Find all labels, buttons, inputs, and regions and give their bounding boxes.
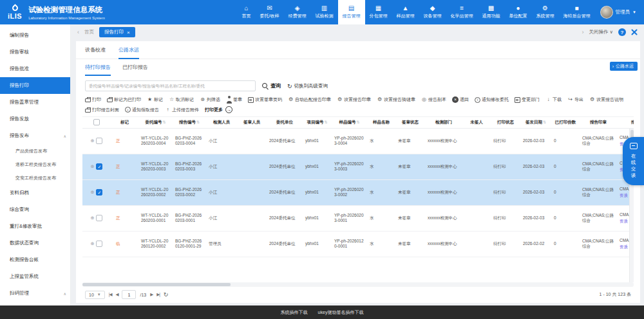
horizontal-scrollbar[interactable] bbox=[82, 282, 634, 287]
tab-printed[interactable]: 已打印报告 bbox=[122, 64, 148, 76]
drag-icon[interactable]: ⊕ bbox=[91, 164, 95, 169]
page-number-input[interactable] bbox=[122, 290, 136, 299]
col-project[interactable]: 项目编号⇅ bbox=[303, 117, 332, 128]
row-checkbox[interactable] bbox=[96, 189, 102, 196]
horizontal-scrollbar-thumb[interactable] bbox=[82, 283, 231, 286]
mark-button[interactable]: 标记 bbox=[147, 96, 163, 103]
search-input[interactable] bbox=[85, 80, 256, 91]
sidebar-subitem[interactable]: 交安工程类报告发布 bbox=[0, 171, 70, 185]
next-page-button[interactable]: ▶ bbox=[150, 292, 153, 297]
row-checkbox[interactable] bbox=[96, 138, 102, 144]
close-operations-dropdown[interactable]: 关闭操作 ∨ bbox=[589, 29, 613, 35]
print-more-button[interactable]: 打印更多→ bbox=[205, 106, 232, 113]
tab-report-print[interactable]: 报告打印 × bbox=[99, 27, 135, 37]
table-row[interactable]: ⊕正WT-YCLDL-20260203-0001BG-PHZ-20260203-… bbox=[82, 205, 634, 231]
sidebar-item[interactable]: 数据状态查询 bbox=[0, 235, 70, 251]
sidebar-item[interactable]: 检测报告台账 bbox=[0, 251, 70, 268]
mark-printed-button[interactable]: 标记为已打印 bbox=[107, 96, 141, 103]
row-checkbox[interactable] bbox=[96, 241, 102, 247]
sidebar-subitem[interactable]: 道桥工程类报告发布 bbox=[0, 158, 70, 171]
prev-page-button[interactable]: ◀ bbox=[115, 292, 118, 297]
nav-report-mgmt[interactable]: ▤报告管理 bbox=[338, 0, 365, 24]
sidebar-item[interactable]: 报告盖章管理 bbox=[0, 94, 70, 111]
sidebar-item[interactable]: 报告发布∧ bbox=[0, 127, 70, 144]
table-row[interactable]: ⊕正WT-YCLDL-20260203-0003BG-PHZ-20260203-… bbox=[82, 154, 634, 179]
sidebar-item[interactable]: 报告审核 bbox=[0, 44, 70, 60]
tabs-scroll-left-icon[interactable]: ‹ bbox=[77, 29, 79, 35]
nav-common-func[interactable]: ▩通用功能 bbox=[478, 0, 505, 24]
fullscreen-icon[interactable] bbox=[631, 29, 638, 35]
export-button[interactable]: 导出 bbox=[567, 96, 583, 103]
help-icon[interactable] bbox=[618, 28, 626, 36]
column-filter-button[interactable]: 列筛选 bbox=[200, 96, 220, 103]
table-row[interactable]: ⊕临WT-YCLDL-20260120-0002BG-PHZ-20260120-… bbox=[82, 231, 634, 257]
sidebar-item[interactable]: 上报监管系统 bbox=[0, 268, 70, 285]
last-page-button[interactable]: ▶| bbox=[156, 292, 160, 297]
set-report-seal-button[interactable]: 设置报告印章 bbox=[337, 96, 371, 103]
row-checkbox[interactable] bbox=[96, 215, 102, 221]
sidebar-item[interactable]: 报告打印 bbox=[0, 77, 70, 94]
nav-commission[interactable]: ✉委托/收样 bbox=[256, 0, 284, 24]
drag-icon[interactable]: ⊕ bbox=[91, 241, 95, 246]
col-bgno[interactable]: 报告编号⇅ bbox=[173, 117, 206, 128]
table-row[interactable]: ⊕正WT-YCLDL-20260203-0004BG-PHZ-20260203-… bbox=[82, 128, 634, 154]
drag-icon[interactable]: ⊕ bbox=[91, 215, 95, 220]
first-page-button[interactable]: |◀ bbox=[109, 292, 112, 297]
return-button[interactable]: 退回 bbox=[452, 96, 469, 103]
tab-highway-waterway[interactable]: 公路水运 bbox=[118, 46, 139, 59]
nav-sample-mgmt[interactable]: ▲样品管理 bbox=[392, 0, 419, 24]
drag-icon[interactable]: ⊕ bbox=[91, 138, 95, 143]
sign-seal-button[interactable]: 签章 bbox=[226, 96, 242, 103]
nav-home[interactable]: ⌂首页 bbox=[238, 0, 256, 24]
tab-home[interactable]: 首页 bbox=[84, 29, 94, 35]
nav-funds[interactable]: ◈经费管理 bbox=[284, 0, 311, 24]
print-cover-button[interactable]: 打印报告封面 bbox=[85, 107, 119, 113]
query-button[interactable]: 查询 bbox=[262, 82, 281, 89]
download-button[interactable]: 下载 bbox=[545, 96, 562, 103]
auto-match-seal-button[interactable]: 自动匹配报告印章 bbox=[288, 96, 331, 103]
print-button[interactable]: 打印 bbox=[85, 96, 101, 103]
corner-badge[interactable]: › 公路水运 bbox=[610, 62, 638, 71]
col-wtno[interactable]: 委托编号⇅ bbox=[138, 117, 173, 128]
drag-icon[interactable]: ⊕ bbox=[91, 190, 95, 194]
notify-modify-button[interactable]: 通知修改委托 bbox=[475, 96, 509, 103]
system-plugin-download-link[interactable]: 系统插件下载 bbox=[281, 309, 308, 316]
upload-attachment-button[interactable]: 上传报告附件 bbox=[165, 107, 199, 113]
row-checkbox[interactable] bbox=[96, 163, 102, 170]
select-all-checkbox[interactable] bbox=[93, 119, 100, 125]
set-paging-seal-button[interactable]: 设置报告骑缝章 bbox=[377, 96, 415, 103]
close-icon[interactable]: × bbox=[127, 30, 130, 35]
sidebar-item[interactable]: 重打&修改审批 bbox=[0, 218, 70, 235]
nav-subcontract[interactable]: ▦分包管理 bbox=[365, 0, 392, 24]
nav-backend-mgmt[interactable]: ■海特后台管理 bbox=[559, 0, 595, 24]
sidebar-item[interactable]: 报告批准 bbox=[0, 60, 70, 77]
sidebar-item[interactable]: 编制报告 bbox=[0, 27, 70, 44]
col-issue_date[interactable]: 签发日期⇅ bbox=[520, 117, 551, 128]
nav-equipment[interactable]: ◆设备管理 bbox=[419, 0, 446, 24]
sidebar-item[interactable]: 综合查询 bbox=[0, 201, 70, 218]
tab-pending-print[interactable]: 待打印报告 bbox=[85, 64, 111, 76]
online-chat-button[interactable]: 在线交谈 bbox=[623, 137, 644, 185]
tabs-scroll-right-icon[interactable]: › bbox=[582, 29, 583, 35]
nav-chemical[interactable]: ≡化学品管理 bbox=[446, 0, 478, 24]
nav-system-mgmt[interactable]: ⚙系统管理 bbox=[532, 0, 559, 24]
set-sign-page-button[interactable]: 设置签章页码 bbox=[248, 96, 282, 103]
set-report-note-button[interactable]: 设置报告说明 bbox=[589, 96, 623, 103]
table-row[interactable]: ⊕正WT-YCLDL-20260203-0002BG-PHZ-20260203-… bbox=[82, 179, 634, 205]
sidebar-item[interactable]: 扫码管理∧ bbox=[0, 285, 70, 302]
nav-testing[interactable]: ▥试验检测 bbox=[311, 0, 338, 24]
col-sample_no[interactable]: 样品编号⇅ bbox=[332, 117, 367, 128]
tab-equipment-calibration[interactable]: 设备校准 bbox=[85, 46, 106, 59]
change-dept-button[interactable]: 变更部门 bbox=[515, 96, 540, 103]
unmark-button[interactable]: 取消标记 bbox=[169, 96, 194, 103]
sidebar-item[interactable]: 资料归档 bbox=[0, 185, 70, 201]
advanced-query-toggle[interactable]: ↻ 切换到高级查询 bbox=[287, 83, 328, 89]
nav-unit-config[interactable]: ●单位配置 bbox=[505, 0, 532, 24]
page-size-select[interactable]: 10 ▼ bbox=[85, 291, 105, 299]
sidebar-subitem[interactable]: 产品类报告发布 bbox=[0, 144, 70, 158]
notify-pickup-button[interactable]: 通知领取报告 bbox=[125, 107, 159, 113]
refresh-icon[interactable]: ↻ bbox=[164, 291, 169, 298]
user-menu[interactable]: 管理员 ▼ bbox=[595, 0, 644, 24]
sidebar-item[interactable]: 报告发放 bbox=[0, 111, 70, 127]
report-copy-button[interactable]: 报告副本 bbox=[421, 96, 446, 103]
